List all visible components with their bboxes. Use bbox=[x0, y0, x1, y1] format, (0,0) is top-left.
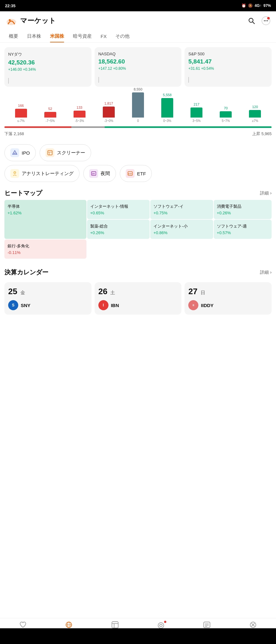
heatmap-grid: 半導体 +1.62% インターネット-情報 +0.65% ソフトウェア-イ +0… bbox=[0, 200, 276, 263]
dist-count: 70 bbox=[224, 106, 228, 110]
tab-japan-stocks[interactable]: 日本株 bbox=[23, 30, 46, 42]
index-name-nydow: NYダウ bbox=[8, 52, 88, 57]
heatmap-cell-bank[interactable]: 銀行-多角化 -0.11% bbox=[4, 239, 86, 259]
dist-bar bbox=[161, 98, 173, 118]
screener-icon bbox=[46, 148, 54, 157]
etf-button[interactable]: ETF ETF bbox=[120, 165, 152, 182]
dist-col-≤-7%: 166≤-7% bbox=[15, 104, 27, 123]
dist-bar bbox=[15, 109, 27, 118]
distribution-section: 166≤-7%52-7~5%133-5~3%1,817-3~0%8,55005,… bbox=[0, 91, 276, 124]
heatmap-change-software-a: +0.57% bbox=[217, 230, 268, 235]
more-menu-icon[interactable] bbox=[262, 16, 270, 25]
index-card-nydow[interactable]: NYダウ 42,520.36 +146.00 +0.34% bbox=[4, 47, 91, 87]
heatmap-title: ヒートマップ bbox=[4, 189, 42, 197]
index-name-sp500: S&P 500 bbox=[188, 52, 268, 56]
dist-bar bbox=[249, 110, 261, 118]
dist-count: 217 bbox=[194, 102, 199, 106]
heatmap-name-semiconductor: 半導体 bbox=[8, 204, 83, 209]
calendar-card-25[interactable]: 25 金 S SNY bbox=[4, 282, 91, 315]
heatmap-cell-software-a[interactable]: ソフトウェア-適 +0.57% bbox=[214, 220, 272, 239]
dist-label: 0 bbox=[137, 119, 139, 123]
dist-label: -7~5% bbox=[46, 119, 55, 123]
heatmap-name-consumer-electronics: 消費電子製品 bbox=[217, 204, 268, 209]
stock-ticker-sny: SNY bbox=[21, 303, 30, 308]
dist-bar bbox=[220, 111, 232, 118]
heatmap-change-pharma: +0.26% bbox=[90, 230, 147, 235]
analyst-label: アナリストレーティング bbox=[22, 171, 74, 177]
stock-ticker-iiddy: IIDDY bbox=[201, 303, 213, 308]
mini-chart-nydow bbox=[8, 74, 88, 84]
system-bar bbox=[0, 628, 276, 644]
heatmap-detail-link[interactable]: 詳細 › bbox=[260, 190, 272, 196]
dist-count: 166 bbox=[18, 104, 24, 107]
color-bar bbox=[4, 126, 272, 128]
ipo-label: IPO bbox=[22, 150, 30, 156]
mini-chart-sp500 bbox=[188, 73, 268, 83]
dist-col--5~3%: 133-5~3% bbox=[74, 106, 86, 123]
bottom-spacer bbox=[0, 319, 276, 357]
stock-avatar-ibn: I bbox=[98, 300, 108, 310]
svg-point-1 bbox=[9, 19, 11, 21]
etf-icon: ETF bbox=[126, 169, 135, 178]
svg-point-6 bbox=[266, 20, 267, 21]
index-card-sp500[interactable]: S&P 500 5,841.47 +31.61 +0.54% bbox=[185, 47, 272, 87]
heatmap-cell-internet-small[interactable]: インターネット-小 +0.86% bbox=[150, 220, 213, 239]
dist-label: -5~3% bbox=[75, 119, 84, 123]
color-bar-red bbox=[4, 126, 71, 128]
tab-overview[interactable]: 概要 bbox=[4, 30, 23, 42]
heatmap-cell-internet-info[interactable]: インターネット-情報 +0.65% bbox=[87, 200, 150, 219]
status-time: 22:35 bbox=[5, 3, 15, 8]
dist-label: ≤-7% bbox=[17, 119, 25, 123]
dist-col-5~7%: 705~7% bbox=[220, 106, 232, 123]
index-value-nydow: 42,520.36 bbox=[8, 59, 88, 66]
calendar-card-27[interactable]: 27 日 II IIDDY bbox=[185, 282, 272, 315]
dist-label: ≥7% bbox=[252, 119, 258, 123]
calendar-detail-link[interactable]: 詳細 › bbox=[260, 270, 272, 275]
tab-crypto[interactable]: 暗号資産 bbox=[69, 30, 96, 42]
tab-other[interactable]: その他 bbox=[111, 30, 134, 42]
night-button[interactable]: 24 夜間 bbox=[83, 165, 116, 182]
svg-point-7 bbox=[267, 20, 268, 21]
ipo-button[interactable]: IPO IPO bbox=[4, 144, 36, 161]
dist-label: 0~3% bbox=[163, 119, 171, 123]
index-value-nasdaq: 18,562.60 bbox=[98, 58, 178, 65]
dist-label: 5~7% bbox=[222, 119, 230, 123]
heatmap-cell-software-i[interactable]: ソフトウェア-イ +0.75% bbox=[150, 200, 213, 219]
heatmap-change-internet-small: +0.86% bbox=[153, 230, 210, 235]
dist-col-0: 8,5500 bbox=[132, 87, 144, 123]
search-icon[interactable] bbox=[247, 16, 256, 25]
heatmap-cell-pharma[interactable]: 製薬-総合 +0.26% bbox=[87, 220, 150, 239]
rise-count: 上昇 5,965 bbox=[252, 131, 272, 137]
dist-col-≥7%: 120≥7% bbox=[249, 105, 261, 123]
color-bar-mid bbox=[71, 126, 105, 128]
analyst-button[interactable]: アナリストレーティング bbox=[4, 165, 80, 182]
header: マーケット bbox=[0, 11, 276, 30]
heatmap-cell-consumer-electronics[interactable]: 消費電子製品 +0.26% bbox=[214, 200, 272, 219]
calendar-card-26[interactable]: 26 土 I IBN bbox=[95, 282, 182, 315]
dist-col--7~5%: 52-7~5% bbox=[44, 107, 56, 123]
mini-chart-nasdaq bbox=[98, 73, 178, 83]
index-card-nasdaq[interactable]: NASDAQ 18,562.60 +147.12 +0.80% bbox=[95, 47, 182, 87]
night-icon: 24 bbox=[89, 169, 98, 178]
calendar-stock-sny: S SNY bbox=[8, 300, 88, 310]
svg-line-3 bbox=[253, 22, 255, 24]
screener-button[interactable]: スクリーナー bbox=[40, 144, 91, 161]
stock-ticker-ibn: IBN bbox=[111, 303, 119, 308]
index-cards: NYダウ 42,520.36 +146.00 +0.34% NASDAQ 18,… bbox=[0, 43, 276, 91]
tab-fx[interactable]: FX bbox=[96, 30, 111, 42]
night-label: 夜間 bbox=[101, 171, 110, 177]
heatmap-cell-semiconductor[interactable]: 半導体 +1.62% bbox=[4, 200, 86, 239]
calendar-date-num-25: 25 bbox=[8, 287, 17, 296]
status-signal-icon: 4G↑ bbox=[255, 3, 262, 8]
index-change-nasdaq: +147.12 +0.80% bbox=[98, 66, 178, 71]
svg-point-2 bbox=[249, 18, 253, 22]
index-change-nydow: +146.00 +0.34% bbox=[8, 67, 88, 72]
svg-point-13 bbox=[14, 172, 16, 173]
header-title: マーケット bbox=[20, 16, 56, 25]
tab-us-stocks[interactable]: 米国株 bbox=[46, 30, 69, 42]
svg-rect-21 bbox=[112, 622, 118, 628]
dist-bar bbox=[103, 107, 115, 118]
heatmap-name-software-i: ソフトウェア-イ bbox=[153, 204, 210, 209]
svg-text:IPO: IPO bbox=[14, 152, 17, 154]
index-name-nasdaq: NASDAQ bbox=[98, 52, 178, 56]
